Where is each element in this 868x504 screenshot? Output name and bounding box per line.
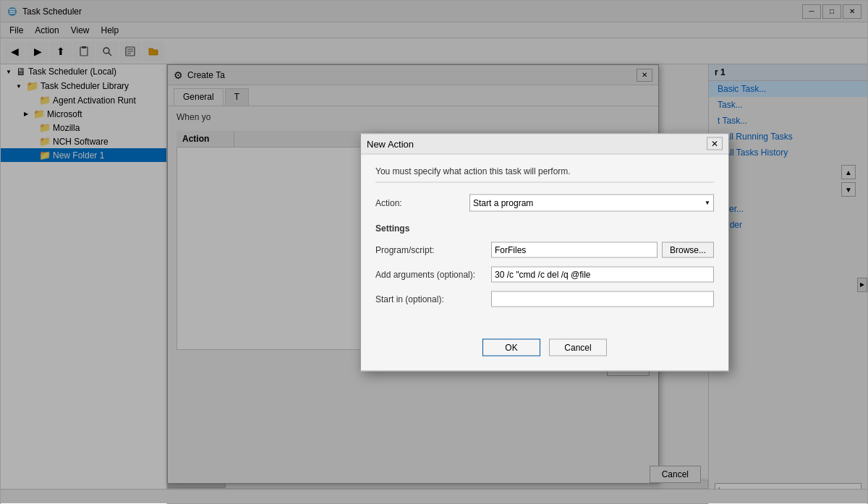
program-row: Program/script: Browse... bbox=[375, 242, 714, 257]
startin-row: Start in (optional): bbox=[375, 291, 714, 307]
ok-btn[interactable]: OK bbox=[482, 338, 540, 356]
action-select-value: Start a program bbox=[473, 197, 533, 208]
modal-cancel-btn[interactable]: Cancel bbox=[549, 338, 607, 356]
action-select[interactable]: Start a program ▼ bbox=[469, 194, 714, 211]
main-window: Task Scheduler ─ □ ✕ File Action View He… bbox=[0, 0, 868, 504]
action-row: Action: Start a program ▼ bbox=[375, 194, 714, 211]
modal-body: You must specify what action this task w… bbox=[361, 154, 728, 330]
browse-btn[interactable]: Browse... bbox=[662, 242, 714, 257]
args-input[interactable] bbox=[491, 266, 714, 282]
args-label: Add arguments (optional): bbox=[375, 269, 491, 279]
settings-title: Settings bbox=[375, 223, 714, 233]
modal-title: New Action bbox=[367, 138, 707, 149]
modal-divider bbox=[375, 181, 714, 182]
modal-instruction: You must specify what action this task w… bbox=[375, 166, 714, 176]
select-arrow-icon: ▼ bbox=[705, 200, 710, 206]
startin-input[interactable] bbox=[491, 291, 714, 307]
modal-title-bar: New Action ✕ bbox=[361, 134, 728, 154]
settings-section: Settings Program/script: Browse... Add a… bbox=[375, 223, 714, 307]
modal-close-btn[interactable]: ✕ bbox=[707, 137, 723, 150]
modal-footer: OK Cancel bbox=[361, 330, 728, 370]
program-input[interactable] bbox=[491, 242, 658, 257]
args-row: Add arguments (optional): bbox=[375, 266, 714, 282]
startin-label: Start in (optional): bbox=[375, 294, 491, 304]
new-action-modal: New Action ✕ You must specify what actio… bbox=[360, 133, 729, 371]
action-field-label: Action: bbox=[375, 197, 469, 208]
program-label: Program/script: bbox=[375, 244, 491, 255]
